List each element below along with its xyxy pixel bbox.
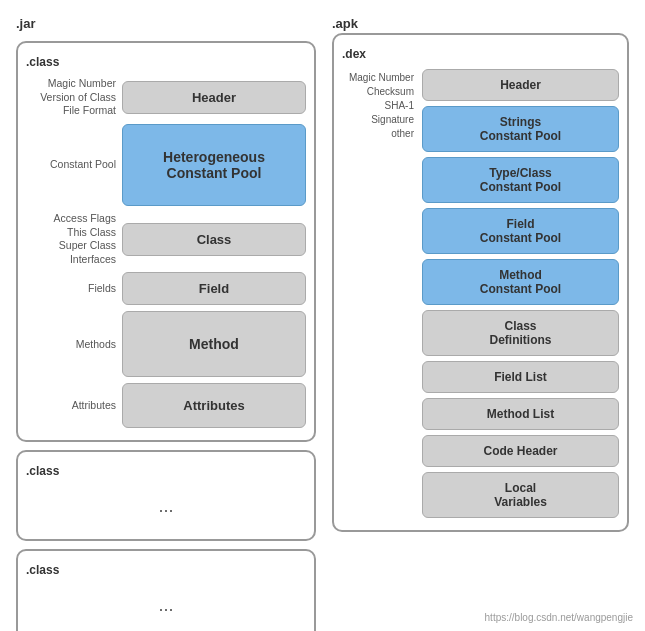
class-block: Class <box>122 223 306 256</box>
type-class-constant-pool-block: Type/ClassConstant Pool <box>422 157 619 203</box>
field-constant-pool-block: FieldConstant Pool <box>422 208 619 254</box>
class-box-2-dots: ... <box>26 486 306 527</box>
field-list-block: Field List <box>422 361 619 393</box>
field-block: Field <box>122 272 306 305</box>
methods-row: Methods Method <box>26 311 306 377</box>
attributes-row: Attributes Attributes <box>26 383 306 428</box>
field-row-label: Fields <box>26 282 116 296</box>
main-container: .jar .class Magic NumberVersion of Class… <box>0 0 645 631</box>
class-box-2-label: .class <box>26 464 306 478</box>
field-row: Fields Field <box>26 272 306 305</box>
methods-row-label: Methods <box>26 338 116 352</box>
jar-label: .jar <box>16 16 316 31</box>
constant-pool-row: Constant Pool HeterogeneousConstant Pool <box>26 124 306 206</box>
class-definitions-block: ClassDefinitions <box>422 310 619 356</box>
apk-label: .apk <box>332 16 629 31</box>
strings-constant-pool-block: StringsConstant Pool <box>422 106 619 152</box>
class-row-label: Access FlagsThis ClassSuper ClassInterfa… <box>26 212 116 267</box>
dex-box: .dex Magic NumberChecksumSHA-1 Signature… <box>332 33 629 532</box>
class-inner: Magic NumberVersion of Class File Format… <box>26 77 306 428</box>
dex-inner: Magic NumberChecksumSHA-1 Signatureother… <box>342 69 619 518</box>
class-box-main-label: .class <box>26 55 306 69</box>
header-row: Magic NumberVersion of Class File Format… <box>26 77 306 118</box>
constant-pool-label: Constant Pool <box>26 158 116 172</box>
attributes-block: Attributes <box>122 383 306 428</box>
class-box-3-dots: ... <box>26 585 306 626</box>
apk-section: .apk .dex Magic NumberChecksumSHA-1 Sign… <box>332 16 629 615</box>
method-constant-pool-block: MethodConstant Pool <box>422 259 619 305</box>
watermark: https://blog.csdn.net/wangpengjie <box>485 612 633 623</box>
jar-section: .jar .class Magic NumberVersion of Class… <box>16 16 316 615</box>
code-header-block: Code Header <box>422 435 619 467</box>
dex-blocks: Header StringsConstant Pool Type/ClassCo… <box>422 69 619 518</box>
dex-header-block: Header <box>422 69 619 101</box>
header-label: Magic NumberVersion of Class File Format <box>26 77 116 118</box>
header-block: Header <box>122 81 306 114</box>
method-list-block: Method List <box>422 398 619 430</box>
class-box-3-label: .class <box>26 563 306 577</box>
class-box-main: .class Magic NumberVersion of Class File… <box>16 41 316 442</box>
attributes-row-label: Attributes <box>26 399 116 413</box>
class-box-2: .class ... <box>16 450 316 541</box>
class-row: Access FlagsThis ClassSuper ClassInterfa… <box>26 212 306 267</box>
dex-header-labels: Magic NumberChecksumSHA-1 Signatureother <box>342 71 414 143</box>
class-box-3: .class ... <box>16 549 316 631</box>
constant-pool-block: HeterogeneousConstant Pool <box>122 124 306 206</box>
local-variables-block: LocalVariables <box>422 472 619 518</box>
dex-label: .dex <box>342 47 619 61</box>
methods-block: Method <box>122 311 306 377</box>
